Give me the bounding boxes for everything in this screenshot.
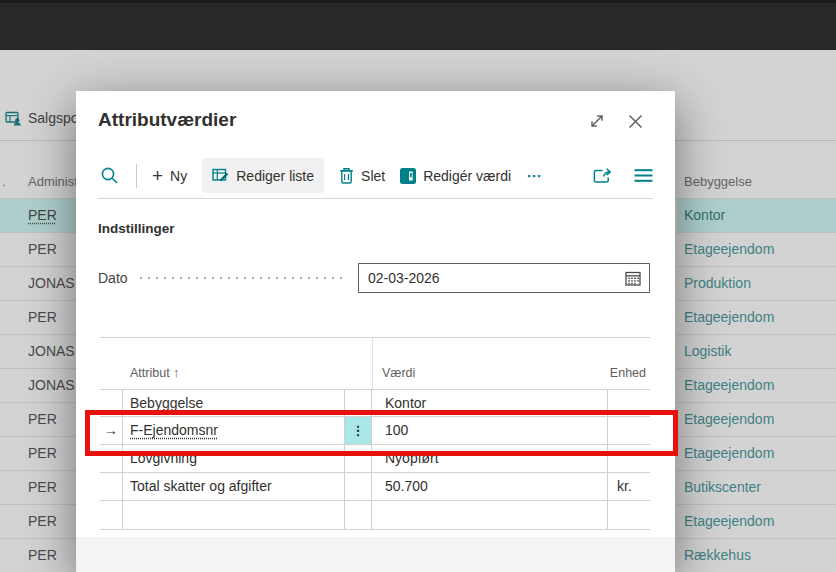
share-icon[interactable] <box>593 167 613 184</box>
row-selector-cell[interactable] <box>100 501 123 529</box>
table-row[interactable]: Lovgivning Nyopført <box>100 445 650 473</box>
enhed-cell[interactable] <box>608 417 650 444</box>
attribute-table: Attribut ↑ Værdi Enhed Bebyggelse Kontor… <box>100 337 650 530</box>
vaerdi-cell[interactable]: 50.700 <box>372 473 608 500</box>
date-field-label: Dato <box>98 270 128 286</box>
attribute-table-header: Attribut ↑ Værdi Enhed <box>100 337 650 390</box>
switch-view-list-icon[interactable] <box>634 168 653 183</box>
active-row-arrow-icon: → <box>104 422 118 438</box>
row-menu-cell <box>345 501 372 529</box>
edit-list-icon <box>212 167 229 184</box>
vaerdi-cell[interactable] <box>372 501 608 529</box>
background-list-row: Butikscenter <box>677 471 836 505</box>
table-row[interactable]: Bebyggelse Kontor <box>100 390 650 417</box>
date-value: 02-03-2026 <box>368 270 440 286</box>
column-header-attribut[interactable]: Attribut ↑ <box>130 366 179 380</box>
vertical-ellipsis-icon: ⋮ <box>352 423 365 438</box>
edit-list-button[interactable]: Rediger liste <box>202 158 324 193</box>
background-list-row: Rækkehus <box>677 539 836 572</box>
sort-ascending-icon: ↑ <box>173 366 179 380</box>
attribut-cell[interactable] <box>123 501 345 529</box>
background-list-row: Logistik <box>677 335 836 369</box>
delete-button[interactable]: Slet <box>339 167 385 184</box>
settings-heading: Indstillinger <box>98 221 175 236</box>
dialog-toolbar: + Ny Rediger liste <box>98 153 653 199</box>
attribut-cell[interactable]: F-Ejendomsnr <box>123 417 345 444</box>
row-menu-cell <box>345 390 372 416</box>
row-selector-cell[interactable] <box>100 390 123 416</box>
row-menu-cell <box>345 445 372 472</box>
attribut-cell[interactable]: Total skatter og afgifter <box>123 473 345 500</box>
row-selector-cell[interactable] <box>100 445 123 472</box>
background-list-row: Etageejendom <box>677 233 836 267</box>
expand-dialog-icon[interactable] <box>588 112 606 130</box>
background-list-row: Etageejendom <box>677 403 836 437</box>
background-column-header-administreret: Administ <box>28 174 78 189</box>
background-list-row: Etageejendom <box>677 369 836 403</box>
more-options-icon[interactable]: ⋯ <box>526 167 542 185</box>
row-selector-cell[interactable] <box>100 473 123 500</box>
attribut-cell[interactable]: Lovgivning <box>123 445 345 472</box>
search-icon[interactable] <box>98 166 121 185</box>
date-input[interactable]: 02-03-2026 <box>358 263 650 293</box>
plus-icon: + <box>152 169 163 183</box>
date-field-row: Dato 02-03-2026 <box>98 263 650 293</box>
dotted-leader <box>137 276 348 280</box>
row-context-menu-button[interactable]: ⋮ <box>345 417 372 444</box>
top-chrome-bar <box>0 0 836 50</box>
sales-list-icon <box>5 111 22 126</box>
close-icon[interactable] <box>627 113 644 130</box>
background-list-row: Kontor <box>677 199 836 233</box>
enhed-cell[interactable] <box>608 501 650 529</box>
trash-icon <box>339 167 354 184</box>
table-row-active[interactable]: → F-Ejendomsnr ⋮ 100 <box>100 417 650 445</box>
row-menu-cell <box>345 473 372 500</box>
attribut-cell[interactable]: Bebyggelse <box>123 390 345 416</box>
background-list-row: Etageejendom <box>677 437 836 471</box>
vaerdi-cell[interactable]: 100 <box>372 417 608 444</box>
background-right-column: Kontor Etageejendom Produktion Etageejen… <box>677 198 836 572</box>
enhed-cell[interactable] <box>608 390 650 416</box>
row-selector-cell[interactable]: → <box>100 417 123 444</box>
enhed-cell[interactable]: kr. <box>608 473 650 500</box>
table-row[interactable]: Total skatter og afgifter 50.700 kr. <box>100 473 650 501</box>
background-list-row: Etageejendom <box>677 505 836 539</box>
background-truncated-text: . <box>2 174 6 189</box>
vaerdi-cell[interactable]: Kontor <box>372 390 608 416</box>
vaerdi-cell[interactable]: Nyopført <box>372 445 608 472</box>
column-header-vaerdi[interactable]: Værdi <box>382 366 415 380</box>
background-nav-item: Salgspos <box>5 103 86 133</box>
background-list-row: Produktion <box>677 267 836 301</box>
enhed-cell[interactable] <box>608 445 650 472</box>
table-row-empty[interactable] <box>100 501 650 530</box>
new-button[interactable]: + Ny <box>152 168 187 184</box>
attribute-values-dialog: Attributværdier + Ny <box>76 91 675 572</box>
column-header-enhed[interactable]: Enhed <box>610 366 646 380</box>
header-column-divider <box>372 338 373 389</box>
edit-value-icon <box>400 168 416 184</box>
background-list-row: Etageejendom <box>677 301 836 335</box>
toolbar-divider <box>136 164 137 188</box>
background-column-header-bebyggelse: Bebyggelse <box>684 174 752 189</box>
dialog-footer-area <box>76 537 675 572</box>
dialog-title: Attributværdier <box>98 109 236 131</box>
edit-value-button[interactable]: Redigér værdi <box>400 168 511 184</box>
calendar-icon[interactable] <box>625 271 641 286</box>
